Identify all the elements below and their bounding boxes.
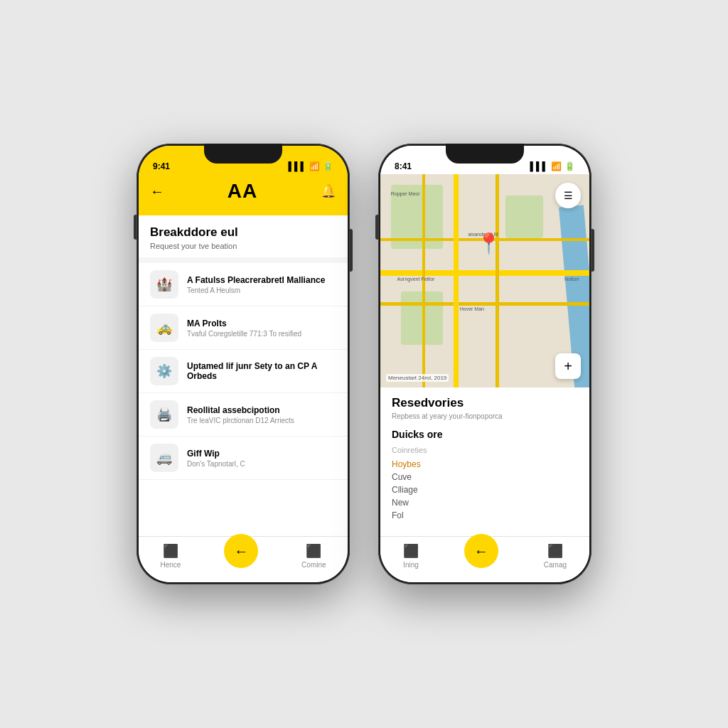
category-item-2[interactable]: Clliage xyxy=(392,483,578,496)
service-item-4[interactable]: 🚐 Giff Wip Don's Tapnotarl, C xyxy=(139,437,348,480)
service-subtitle-4: Don's Tapnotarl, C xyxy=(187,460,336,468)
service-title-4: Giff Wip xyxy=(187,449,336,459)
quick-title-2: Duicks ore xyxy=(392,429,578,440)
service-text-2: Uptamed lif junr Sety to an CP A Orbeds xyxy=(187,361,336,381)
map-road-v2 xyxy=(496,174,499,387)
battery-icon-1: 🔋 xyxy=(323,161,333,171)
service-title-0: A Fatulss Pleacrerabretl Malliance xyxy=(187,275,336,285)
plus-icon: + xyxy=(564,358,572,375)
category-item-0[interactable]: Hoybes xyxy=(392,458,578,471)
service-title-1: MA Prolts xyxy=(187,318,336,328)
service-icon-2: ⚙️ xyxy=(150,357,178,385)
account-icon-2: ⬛ xyxy=(547,543,563,559)
service-text-4: Giff Wip Don's Tapnotarl, C xyxy=(187,449,336,468)
category-item-3[interactable]: New xyxy=(392,496,578,509)
service-item-2[interactable]: ⚙️ Uptamed lif junr Sety to an CP A Orbe… xyxy=(139,350,348,393)
content-header-1: Breakddore eul Request your tve beation xyxy=(139,215,348,257)
nav-center-icon-1: ← xyxy=(234,543,248,560)
status-icons-2: ▌▌▌ 📶 🔋 xyxy=(530,161,575,171)
map-menu-button[interactable]: ☰ xyxy=(555,183,581,208)
bottom-nav-2: ⬛ Ining ← ⬛ Camag xyxy=(380,536,589,582)
map-label-4: Hover Man xyxy=(460,306,484,311)
page-subtitle-1: Request your tve beation xyxy=(150,242,336,250)
map-label-3: Aorngvent Felllor xyxy=(397,277,435,282)
service-icon-1: 🚕 xyxy=(150,314,178,342)
home-icon-1: ⬛ xyxy=(163,543,178,559)
nav-label-right-1: Comine xyxy=(301,561,326,569)
service-item-0[interactable]: 🏰 A Fatulss Pleacrerabretl Malliance Ten… xyxy=(139,263,348,306)
phone-2: 8:41 ▌▌▌ 📶 🔋 xyxy=(378,144,592,584)
service-text-3: Reollital assebcipotion Tre leaVIC plrct… xyxy=(187,405,336,424)
map-green-3 xyxy=(505,196,543,238)
nav-item-right-2[interactable]: ⬛ Camag xyxy=(544,543,567,569)
map-location-pin: 📍 xyxy=(476,232,501,255)
service-item-1[interactable]: 🚕 MA Prolts Tvaful Coregsletille 771:3 T… xyxy=(139,306,348,350)
category-item-4[interactable]: Fol xyxy=(392,509,578,522)
nav-label-left-1: Hence xyxy=(160,561,181,569)
nav-item-left-2[interactable]: ⬛ Ining xyxy=(403,543,419,569)
content-area-1: Breakddore eul Request your tve beation … xyxy=(139,215,348,536)
nav-label-left-2: Ining xyxy=(403,561,419,569)
content-area-2: Resedvories Repbess at yeary your-fionpo… xyxy=(380,387,589,536)
service-subtitle-0: Tented A Heulsm xyxy=(187,287,336,294)
scene: 9:41 ▌▌▌ 📶 🔋 ← AA 🔔 Breakddore eul xyxy=(136,144,592,584)
nav-label-right-2: Camag xyxy=(544,561,567,569)
map-area[interactable]: Ropper Meor Celical Aorngvent Felllor Ho… xyxy=(380,174,589,387)
service-icon-3: 🖨️ xyxy=(150,400,178,429)
back-button-1[interactable]: ← xyxy=(150,183,164,200)
notch-2 xyxy=(446,144,524,164)
battery-icon-2: 🔋 xyxy=(564,161,575,171)
service-subtitle-3: Tre leaVIC plrctionan D12 Arriects xyxy=(187,417,336,424)
account-icon-1: ⬛ xyxy=(306,543,321,559)
header-area-1: ← AA 🔔 xyxy=(139,174,348,215)
map-zoom-button[interactable]: + xyxy=(555,353,581,379)
section-title-2: Resedvories xyxy=(392,396,578,410)
aa-logo: AA xyxy=(228,180,257,203)
service-title-2: Uptamed lif junr Sety to an CP A Orbeds xyxy=(187,361,336,381)
nav-center-icon-2: ← xyxy=(474,543,488,560)
service-text-1: MA Prolts Tvaful Coregsletille 771:3 To … xyxy=(187,318,336,338)
section-subtitle-2: Repbess at yeary your-fionpoporca xyxy=(392,412,578,420)
page-title-1: Breakddore eul xyxy=(150,225,336,240)
nav-center-button-2[interactable]: ← xyxy=(464,534,498,568)
menu-icon: ☰ xyxy=(564,190,573,201)
map-attribution: Meneustart 24rol, 2019 xyxy=(386,374,449,382)
service-icon-4: 🚐 xyxy=(150,444,178,472)
header-row-1: ← AA 🔔 xyxy=(150,180,336,203)
status-time-1: 9:41 xyxy=(153,161,170,171)
service-subtitle-1: Tvaful Coregsletille 771:3 To resified xyxy=(187,330,336,338)
bottom-nav-1: ⬛ Hence ← ⬛ Comine xyxy=(139,536,348,582)
map-label-5: Noitun xyxy=(564,277,579,282)
wifi-icon-1: 📶 xyxy=(309,161,320,171)
notification-icon-1[interactable]: 🔔 xyxy=(321,183,336,199)
nav-item-left-1[interactable]: ⬛ Hence xyxy=(160,543,181,569)
home-icon-2: ⬛ xyxy=(403,543,419,559)
signal-icon-1: ▌▌▌ xyxy=(288,161,306,171)
nav-item-right-1[interactable]: ⬛ Comine xyxy=(301,543,326,569)
nav-center-button-1[interactable]: ← xyxy=(224,534,258,568)
category-list-2: Hoybes Cuve Clliage New Fol xyxy=(392,458,578,522)
map-road-h1 xyxy=(380,270,589,276)
status-time-2: 8:41 xyxy=(395,161,412,171)
phone-1-inner: 9:41 ▌▌▌ 📶 🔋 ← AA 🔔 Breakddore eul xyxy=(139,146,348,582)
category-item-1[interactable]: Cuve xyxy=(392,471,578,483)
phone-2-inner: 8:41 ▌▌▌ 📶 🔋 xyxy=(380,146,589,582)
phone-1: 9:41 ▌▌▌ 📶 🔋 ← AA 🔔 Breakddore eul xyxy=(136,144,350,584)
service-icon-0: 🏰 xyxy=(150,270,178,299)
service-list-1: 🏰 A Fatulss Pleacrerabretl Malliance Ten… xyxy=(139,263,348,536)
wifi-icon-2: 📶 xyxy=(551,161,562,171)
category-label-2: Coinreties xyxy=(392,446,578,454)
map-label-1: Ropper Meor xyxy=(391,191,420,196)
service-text-0: A Fatulss Pleacrerabretl Malliance Tente… xyxy=(187,275,336,294)
service-title-3: Reollital assebcipotion xyxy=(187,405,336,415)
notch-1 xyxy=(204,144,282,164)
status-icons-1: ▌▌▌ 📶 🔋 xyxy=(288,161,333,171)
map-road-h2 xyxy=(380,302,589,306)
service-item-3[interactable]: 🖨️ Reollital assebcipotion Tre leaVIC pl… xyxy=(139,393,348,437)
map-road-v1 xyxy=(454,174,459,387)
signal-icon-2: ▌▌▌ xyxy=(530,161,548,171)
